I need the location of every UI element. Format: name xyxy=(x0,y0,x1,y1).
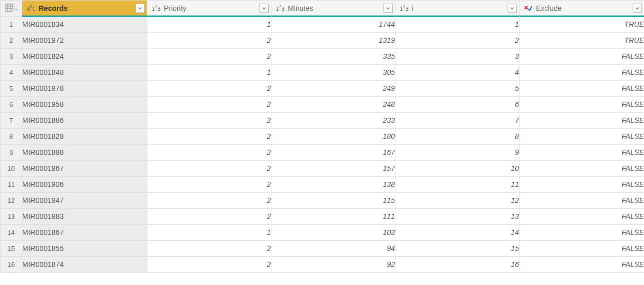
table-row[interactable]: 13MIR0001983211113FALSE xyxy=(1,209,645,225)
cell-i[interactable]: 1 xyxy=(395,17,519,33)
cell-i[interactable]: 2 xyxy=(395,33,519,49)
row-number[interactable]: 6 xyxy=(1,97,22,113)
cell-records[interactable]: MIR0001848 xyxy=(22,65,147,81)
row-number[interactable]: 11 xyxy=(1,177,22,193)
column-header-minutes[interactable]: 123 Minutes xyxy=(271,1,395,17)
cell-priority[interactable]: 2 xyxy=(147,129,271,145)
table-row[interactable]: 2MIR0001972213192TRUE xyxy=(1,33,645,49)
cell-records[interactable]: MIR0001967 xyxy=(22,161,147,177)
cell-i[interactable]: 16 xyxy=(395,257,519,273)
cell-exclude[interactable]: FALSE xyxy=(519,241,645,257)
row-number[interactable]: 2 xyxy=(1,33,22,49)
cell-minutes[interactable]: 115 xyxy=(271,193,395,209)
cell-i[interactable]: 14 xyxy=(395,225,519,241)
cell-minutes[interactable]: 248 xyxy=(271,97,395,113)
column-header-priority[interactable]: 123 Priority xyxy=(147,1,271,17)
cell-i[interactable]: 9 xyxy=(395,145,519,161)
cell-i[interactable]: 12 xyxy=(395,193,519,209)
cell-records[interactable]: MIR0001906 xyxy=(22,177,147,193)
cell-exclude[interactable]: FALSE xyxy=(519,113,645,129)
column-header-records[interactable]: ABC Records xyxy=(22,1,147,17)
cell-records[interactable]: MIR0001855 xyxy=(22,241,147,257)
cell-exclude[interactable]: FALSE xyxy=(519,193,645,209)
cell-priority[interactable]: 2 xyxy=(147,257,271,273)
cell-priority[interactable]: 2 xyxy=(147,177,271,193)
cell-i[interactable]: 3 xyxy=(395,49,519,65)
cell-records[interactable]: MIR0001874 xyxy=(22,257,147,273)
filter-button-i[interactable] xyxy=(508,4,517,13)
cell-records[interactable]: MIR0001947 xyxy=(22,193,147,209)
cell-records[interactable]: MIR0001978 xyxy=(22,81,147,97)
table-row[interactable]: 16MIR000187429216FALSE xyxy=(1,257,645,273)
row-number[interactable]: 15 xyxy=(1,241,22,257)
row-number[interactable]: 1 xyxy=(1,17,22,33)
row-number[interactable]: 16 xyxy=(1,257,22,273)
cell-records[interactable]: MIR0001972 xyxy=(22,33,147,49)
cell-records[interactable]: MIR0001888 xyxy=(22,145,147,161)
cell-records[interactable]: MIR0001867 xyxy=(22,225,147,241)
cell-priority[interactable]: 2 xyxy=(147,193,271,209)
cell-i[interactable]: 7 xyxy=(395,113,519,129)
cell-minutes[interactable]: 111 xyxy=(271,209,395,225)
cell-exclude[interactable]: FALSE xyxy=(519,177,645,193)
cell-priority[interactable]: 2 xyxy=(147,97,271,113)
cell-records[interactable]: MIR0001983 xyxy=(22,209,147,225)
cell-i[interactable]: 13 xyxy=(395,209,519,225)
table-row[interactable]: 15MIR000185529415FALSE xyxy=(1,241,645,257)
filter-button-priority[interactable] xyxy=(259,4,269,13)
cell-priority[interactable]: 2 xyxy=(147,145,271,161)
cell-minutes[interactable]: 233 xyxy=(271,113,395,129)
cell-minutes[interactable]: 94 xyxy=(271,241,395,257)
table-row[interactable]: 6MIR000195822486FALSE xyxy=(1,97,645,113)
cell-minutes[interactable]: 249 xyxy=(271,81,395,97)
cell-minutes[interactable]: 167 xyxy=(271,145,395,161)
cell-exclude[interactable]: FALSE xyxy=(519,49,645,65)
table-row[interactable]: 14MIR0001867110314FALSE xyxy=(1,225,645,241)
cell-minutes[interactable]: 335 xyxy=(271,49,395,65)
row-number[interactable]: 10 xyxy=(1,161,22,177)
cell-minutes[interactable]: 103 xyxy=(271,225,395,241)
cell-exclude[interactable]: FALSE xyxy=(519,65,645,81)
row-number[interactable]: 8 xyxy=(1,129,22,145)
cell-priority[interactable]: 2 xyxy=(147,113,271,129)
row-number[interactable]: 12 xyxy=(1,193,22,209)
cell-exclude[interactable]: FALSE xyxy=(519,145,645,161)
cell-minutes[interactable]: 1744 xyxy=(271,17,395,33)
row-number[interactable]: 5 xyxy=(1,81,22,97)
cell-minutes[interactable]: 157 xyxy=(271,161,395,177)
cell-minutes[interactable]: 305 xyxy=(271,65,395,81)
cell-minutes[interactable]: 180 xyxy=(271,129,395,145)
table-row[interactable]: 10MIR0001967215710FALSE xyxy=(1,161,645,177)
cell-exclude[interactable]: FALSE xyxy=(519,129,645,145)
table-row[interactable]: 5MIR000197822495FALSE xyxy=(1,81,645,97)
column-header-exclude[interactable]: Exclude xyxy=(519,1,645,17)
table-row[interactable]: 7MIR000188622337FALSE xyxy=(1,113,645,129)
cell-records[interactable]: MIR0001824 xyxy=(22,49,147,65)
table-row[interactable]: 11MIR0001906213811FALSE xyxy=(1,177,645,193)
select-all-corner[interactable] xyxy=(1,1,22,17)
cell-priority[interactable]: 2 xyxy=(147,49,271,65)
row-number[interactable]: 7 xyxy=(1,113,22,129)
cell-minutes[interactable]: 1319 xyxy=(271,33,395,49)
cell-exclude[interactable]: FALSE xyxy=(519,81,645,97)
row-number[interactable]: 9 xyxy=(1,145,22,161)
cell-records[interactable]: MIR0001828 xyxy=(22,129,147,145)
cell-i[interactable]: 10 xyxy=(395,161,519,177)
filter-button-minutes[interactable] xyxy=(384,4,393,13)
row-number[interactable]: 14 xyxy=(1,225,22,241)
cell-priority[interactable]: 1 xyxy=(147,17,271,33)
table-row[interactable]: 3MIR000182423353FALSE xyxy=(1,49,645,65)
cell-exclude[interactable]: FALSE xyxy=(519,225,645,241)
table-row[interactable]: 4MIR000184813054FALSE xyxy=(1,65,645,81)
cell-records[interactable]: MIR0001886 xyxy=(22,113,147,129)
cell-minutes[interactable]: 92 xyxy=(271,257,395,273)
table-row[interactable]: 12MIR0001947211512FALSE xyxy=(1,193,645,209)
cell-i[interactable]: 5 xyxy=(395,81,519,97)
cell-priority[interactable]: 1 xyxy=(147,65,271,81)
filter-button-records[interactable] xyxy=(135,4,145,13)
table-row[interactable]: 9MIR000188821679FALSE xyxy=(1,145,645,161)
cell-records[interactable]: MIR0001958 xyxy=(22,97,147,113)
cell-exclude[interactable]: TRUE xyxy=(519,17,645,33)
cell-priority[interactable]: 2 xyxy=(147,241,271,257)
cell-exclude[interactable]: FALSE xyxy=(519,257,645,273)
